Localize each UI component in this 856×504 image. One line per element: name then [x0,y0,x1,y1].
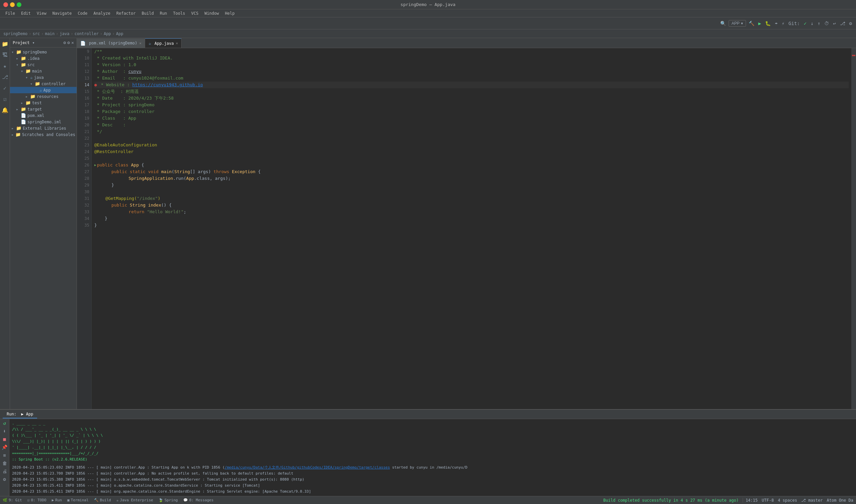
bt-java-enterprise[interactable]: ☕ Java Enterprise [117,498,153,502]
tab-close-appjava[interactable]: ✕ [176,41,178,46]
menu-refactor[interactable]: Refactor [114,11,139,16]
code-line: @GetMapping("/index") [94,195,849,202]
toolbar-revert-icon[interactable]: ↩ [832,20,837,27]
code-content[interactable]: /** * Created with IntelliJ IDEA. * Vers… [92,48,851,409]
toolbar-update-icon[interactable]: ↓ [809,20,815,27]
toolbar-history-icon[interactable]: ⏱ [823,20,830,27]
breadcrumb-app-class[interactable]: App [116,32,123,36]
toolbar-settings-icon[interactable]: ⚙ [848,20,853,27]
tree-item-src[interactable]: ▾ 📁 src [10,61,76,68]
tree-item-scratches[interactable]: ▸ 📁 Scratches and Consoles [10,131,76,138]
menu-file[interactable]: File [3,11,18,16]
notifications-icon[interactable]: 🔔 [2,107,8,113]
menu-navigate[interactable]: Navigate [50,11,75,16]
folder-icon: 📁 [25,69,31,73]
bt-run[interactable]: ▶ Run [52,498,62,502]
rerun-icon[interactable]: ↺ [3,420,6,426]
console-fold-icon[interactable]: ≡ [3,452,6,458]
tab-appjava[interactable]: ☕ App.java ✕ [145,38,182,48]
breadcrumb-project[interactable]: springDemo [3,32,28,36]
bt-build[interactable]: 🔨 Build [94,498,111,502]
toolbar-branches-icon[interactable]: ⎇ [839,20,846,27]
menu-analyze[interactable]: Analyze [91,11,113,16]
project-settings-icon[interactable]: ⚙ [64,40,66,45]
project-icon[interactable]: 📁 [2,41,8,47]
status-line-col[interactable]: 14:15 [743,498,758,503]
tree-item-app[interactable]: ☕ App [10,87,76,93]
menu-run[interactable]: Run [157,11,170,16]
tree-item-ext-libs[interactable]: ▸ 📁 External Libraries [10,125,76,131]
tree-item-idea[interactable]: ▸ 📁 .idea [10,55,76,61]
run-config-button[interactable]: APP ▾ [729,20,746,27]
print-icon[interactable]: 🖨 [2,469,7,474]
project-close-icon[interactable]: ✕ [71,40,74,45]
tree-label: test [32,101,42,105]
menu-vcs[interactable]: VCS [189,11,201,16]
todo-icon[interactable]: ☑ [3,96,7,102]
tree-item-springdemo[interactable]: ▾ 📁 springDemo [10,49,76,55]
tree-item-resources[interactable]: ▸ 📁 resources [10,93,76,100]
editor-scrollbar[interactable] [851,48,856,409]
toolbar-vcs-icon[interactable]: Git: [787,20,801,27]
tree-label: main [32,69,42,73]
bt-messages[interactable]: 💬 0: Messages [183,498,214,502]
structure-icon[interactable]: 🏗 [2,52,8,58]
toolbar-coverage-icon[interactable]: ☂ [773,20,779,27]
breadcrumb-controller[interactable]: controller [75,32,99,36]
status-encoding[interactable]: UTF-8 [762,498,774,503]
menu-build[interactable]: Build [139,11,157,16]
tree-item-main[interactable]: ▾ 📁 main [10,68,76,74]
menu-help[interactable]: Help [222,11,237,16]
tree-item-java[interactable]: ▾ ☕ java [10,74,76,80]
toolbar-build-icon[interactable]: 🔨 [747,20,756,27]
menu-code[interactable]: Code [75,11,90,16]
tab-pomxml[interactable]: 📄 pom.xml (springDemo) ✕ [77,38,145,48]
menu-tools[interactable]: Tools [171,11,188,16]
breadcrumb-app-pkg[interactable]: App [104,32,111,36]
close-button[interactable] [3,2,8,7]
tab-close-pomxml[interactable]: ✕ [139,41,142,46]
bt-java-enterprise-label: Java Enterprise [120,498,153,502]
project-gear-icon[interactable]: ⚙ [67,40,70,45]
tree-label: java [34,75,44,80]
tree-item-pomxml[interactable]: 📄 pom.xml [10,112,76,119]
menu-window[interactable]: Window [202,11,221,16]
toolbar-search-icon[interactable]: 🔍 [719,20,727,27]
console-banner-4: \\\/ ___)| |_)| | | | | || (_| | ) ) ) ) [12,438,853,445]
toolbar-push-icon[interactable]: ↑ [816,20,822,27]
tree-item-controller[interactable]: ▾ 📁 controller [10,80,76,87]
menu-edit[interactable]: Edit [18,11,33,16]
status-branch[interactable]: ⎇ master [801,498,823,503]
toolbar-vcs-check[interactable]: ✓ [802,20,808,27]
status-right: Build completed successfully in 4 s 27 m… [603,498,853,503]
bt-todo[interactable]: ☑ 0: TODO [28,498,47,502]
breadcrumb-main[interactable]: main [45,32,54,36]
toolbar-profile-icon[interactable]: ⚡ [781,20,786,27]
stop-icon[interactable]: ■ [3,436,6,442]
breadcrumb-java[interactable]: java [60,32,70,36]
pin-tab-icon[interactable]: 📌 [2,445,7,450]
bt-git[interactable]: 🌿 9: Git [3,498,22,502]
tree-item-target[interactable]: ▸ 📁 target [10,106,76,112]
settings-icon[interactable]: ⚙ [3,476,6,482]
minimize-button[interactable] [10,2,15,7]
tree-item-test[interactable]: ▸ 📁 test [10,100,76,106]
toolbar-run-icon[interactable]: ▶ [757,20,762,27]
maximize-button[interactable] [17,2,21,7]
commit-icon[interactable]: ✓ [3,85,7,91]
breadcrumb-src[interactable]: src [32,32,40,36]
folder-icon: 📁 [30,94,35,99]
tree-item-iml[interactable]: 📄 springDemo.iml [10,119,76,125]
status-indent[interactable]: 4 spaces [778,498,797,503]
status-theme[interactable]: Atom One Da [827,498,853,503]
run-tab-app[interactable]: Run: ▶ App [3,410,37,418]
scroll-end-icon[interactable]: ⬇ [3,429,6,434]
menu-view[interactable]: View [34,11,49,16]
chevron-right-icon: ▸ [11,126,16,131]
toolbar-debug-icon[interactable]: 🐛 [764,20,772,27]
vcs-icon[interactable]: ⎇ [2,74,8,80]
bt-terminal[interactable]: ▣ Terminal [67,498,89,502]
favorites-icon[interactable]: ★ [3,63,7,69]
clear-console-icon[interactable]: 🗑 [2,461,7,466]
bt-spring[interactable]: 🍃 Spring [159,498,178,502]
